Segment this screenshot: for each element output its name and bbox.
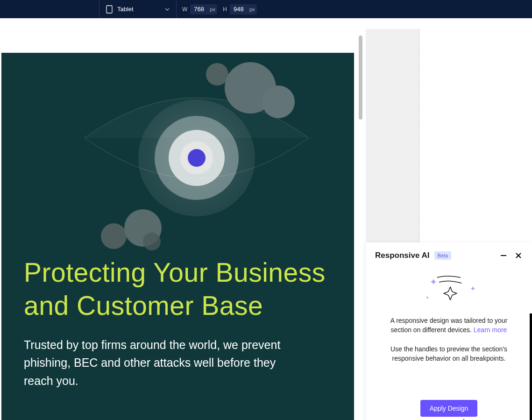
- top-toolbar: Tablet W px H px: [0, 0, 532, 18]
- hero-subtitle: Trusted by top firms around the world, w…: [24, 336, 285, 390]
- tablet-icon: [106, 5, 113, 14]
- panel-header: Responsive AI Beta: [366, 242, 532, 265]
- width-label: W: [182, 6, 187, 13]
- canvas-top-gap: [1, 29, 354, 53]
- eye-pupil: [188, 149, 206, 167]
- canvas-wrapper: Protecting Your Business and Customer Ba…: [0, 29, 359, 420]
- editor-canvas-area: Protecting Your Business and Customer Ba…: [0, 18, 532, 420]
- close-icon: [515, 252, 522, 259]
- learn-more-link[interactable]: Learn more: [474, 326, 507, 334]
- device-name-label: Tablet: [117, 6, 134, 13]
- cloud-top: [211, 53, 304, 128]
- toolbar-left-spacer: [0, 0, 99, 18]
- responsive-ai-panel: Responsive AI Beta: [365, 242, 532, 420]
- panel-actions: Apply Design Discard Changes: [380, 400, 518, 420]
- cloud-bottom: [96, 205, 176, 256]
- scrollbar-thumb[interactable]: [359, 36, 362, 120]
- hero-title: Protecting Your Business and Customer Ba…: [24, 256, 332, 323]
- panel-title: Responsive AI: [375, 251, 430, 260]
- preview-canvas[interactable]: Protecting Your Business and Customer Ba…: [1, 29, 354, 420]
- height-input[interactable]: [230, 4, 257, 14]
- height-label: H: [223, 6, 227, 13]
- panel-body: A responsive design was tailored to your…: [366, 265, 532, 420]
- sparkle-illustration: [419, 272, 479, 307]
- panel-message-1: A responsive design was tailored to your…: [380, 316, 518, 335]
- minimize-button[interactable]: [499, 251, 508, 260]
- close-button[interactable]: [514, 251, 523, 260]
- height-control: H px: [223, 4, 262, 14]
- breakpoint-guide-strip: [366, 29, 419, 245]
- hero-section: Protecting Your Business and Customer Ba…: [1, 53, 354, 420]
- minimize-icon: [500, 252, 507, 259]
- device-selector-dropdown[interactable]: Tablet: [99, 0, 177, 18]
- apply-design-button[interactable]: Apply Design: [420, 400, 478, 417]
- panel-scroll-indicator[interactable]: [530, 313, 532, 420]
- beta-badge: Beta: [434, 251, 452, 260]
- width-control: W px: [177, 4, 223, 14]
- svg-rect-0: [106, 6, 112, 13]
- panel-message-2: Use the handles to preview the section's…: [380, 344, 518, 363]
- width-input[interactable]: [190, 4, 217, 14]
- hero-illustration: [24, 53, 332, 247]
- chevron-down-icon: [165, 8, 170, 11]
